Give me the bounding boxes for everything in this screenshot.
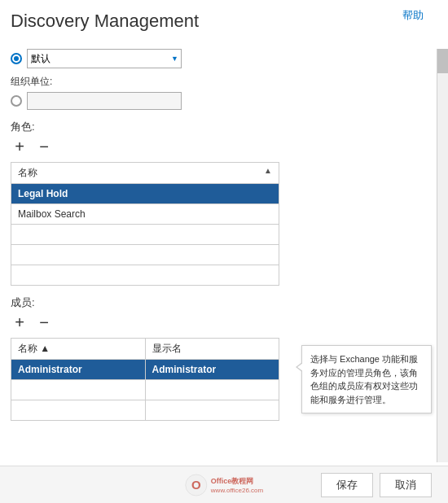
org-unit-input[interactable] (27, 92, 182, 110)
table-row[interactable]: Administrator Administrator (11, 360, 279, 380)
roles-add-remove-row: + − (11, 138, 432, 155)
table-row (11, 245, 279, 265)
cancel-button[interactable]: 取消 (380, 473, 432, 497)
main-container: 帮助 Discovery Management 默认 组织单位: 角色: (0, 0, 448, 503)
dropdown-wrapper: 默认 (27, 49, 182, 68)
table-row[interactable]: Mailbox Search (11, 204, 279, 225)
members-sort-arrow-icon: ▲ (40, 343, 50, 354)
roles-label: 角色: (11, 120, 432, 134)
help-link[interactable]: 帮助 (402, 8, 424, 23)
table-row (11, 265, 279, 286)
table-row (11, 380, 279, 400)
org-unit-label: 组织单位: (11, 75, 432, 89)
watermark-site: Office教程网 (211, 476, 263, 487)
default-dropdown[interactable]: 默认 (27, 49, 182, 68)
members-remove-button[interactable]: − (35, 313, 53, 331)
roles-section: 角色: + − 名称 ▲ Legal Hold (11, 120, 432, 286)
save-button[interactable]: 保存 (321, 473, 373, 497)
members-label: 成员: (11, 295, 432, 310)
office-watermark: O Office教程网 www.office26.com (185, 474, 263, 496)
roles-table: 名称 ▲ Legal Hold Mailbox Search (11, 162, 279, 286)
bottom-bar: O Office教程网 www.office26.com 保存 取消 (0, 466, 448, 503)
radio-org[interactable] (11, 95, 22, 107)
dropdown-row: 默认 (11, 49, 432, 68)
table-row[interactable]: Legal Hold (11, 184, 279, 204)
org-row (11, 92, 432, 110)
roles-col-name[interactable]: 名称 ▲ (11, 163, 279, 184)
svg-text:O: O (191, 478, 201, 492)
sort-arrow-icon: ▲ (264, 166, 272, 175)
table-row (11, 225, 279, 245)
members-add-remove-row: + − (11, 313, 432, 331)
office-logo-icon: O (185, 474, 208, 496)
members-col-name[interactable]: 名称 ▲ (11, 339, 146, 360)
roles-remove-button[interactable]: − (35, 138, 53, 155)
members-add-button[interactable]: + (11, 313, 29, 331)
watermark-url: www.office26.com (211, 487, 263, 494)
page-title: Discovery Management (11, 11, 199, 32)
org-section: 组织单位: (11, 75, 432, 110)
scrollbar-track[interactable] (437, 49, 448, 462)
members-table: 名称 ▲ 显示名 Administrator Administrator (11, 338, 279, 421)
tooltip-box: 选择与 Exchange 功能和服务对应的管理员角色，该角色组的成员应有权对这些… (301, 345, 432, 413)
members-col-display[interactable]: 显示名 (145, 339, 279, 360)
tooltip-text: 选择与 Exchange 功能和服务对应的管理员角色，该角色组的成员应有权对这些… (310, 354, 418, 405)
roles-add-button[interactable]: + (11, 138, 29, 155)
radio-default[interactable] (11, 53, 22, 64)
table-row (11, 400, 279, 421)
scrollbar-thumb[interactable] (437, 49, 448, 73)
